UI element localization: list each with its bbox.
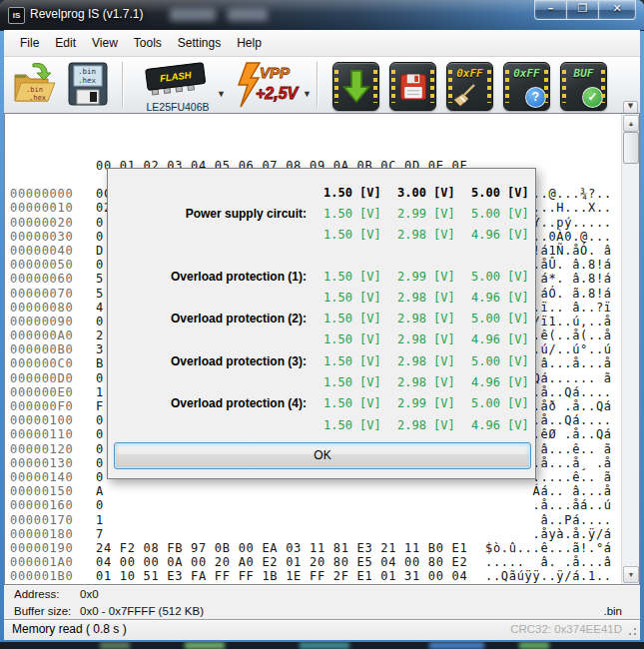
hex-row[interactable]: 000001C070 19 01 00 00 35 01 04 70 15 01…: [5, 583, 622, 584]
svg-text:.hex: .hex: [29, 94, 46, 102]
voltage-row: Overload protection (3):1.50 [V]2.98 [V]…: [108, 350, 535, 371]
app-window: IS Revelprog IS (v1.7.1) – ❐ ✕ FileEditV…: [0, 0, 644, 649]
menu-item-settings[interactable]: Settings: [170, 30, 229, 57]
desktop-taskbar-sliver: [0, 642, 644, 649]
voltage-test-dialog: 1.50 [V]3.00 [V]5.00 [V]Power supply cir…: [107, 168, 536, 479]
check-badge-icon: ✓: [582, 87, 603, 108]
menu-item-tools[interactable]: Tools: [126, 30, 170, 57]
address-value: 0x0: [80, 586, 99, 603]
hex-row[interactable]: 0000019024 F2 08 FB 97 0B 00 EA 03 11 81…: [5, 541, 622, 555]
save-file-button[interactable]: .bin .hex: [66, 61, 110, 111]
title-bar[interactable]: IS Revelprog IS (v1.7.1) – ❐ ✕: [0, 0, 644, 31]
scroll-down-arrow-icon[interactable]: ▼: [623, 566, 639, 583]
voltage-row: 1.50 [V]2.98 [V]4.96 [V]: [108, 225, 535, 246]
menu-item-edit[interactable]: Edit: [47, 30, 84, 57]
svg-text:.bin: .bin: [78, 67, 96, 76]
write-memory-button[interactable]: [389, 62, 436, 111]
info-panel: Address: 0x0 Buffer size: 0x0 - 0x7FFFF …: [4, 585, 640, 620]
hex-row[interactable]: 000001B001 10 51 E3 FA FF FF 1B 1E FF 2F…: [5, 569, 622, 583]
open-file-button[interactable]: .bin .hex: [12, 61, 58, 111]
hex-row[interactable]: 000001807 .åyà.å.ÿ/á: [5, 527, 622, 541]
erase-memory-button[interactable]: 0xFF: [446, 62, 493, 111]
folder-open-icon: .bin .hex: [12, 61, 58, 107]
question-badge-icon: ?: [525, 87, 546, 108]
voltage-row: 1.50 [V]2.98 [V]4.96 [V]: [108, 414, 535, 435]
crc32-value: CRC32: 0x374EE41D: [510, 623, 622, 635]
device-select-button[interactable]: FLASH LE25FU406B ▼: [136, 61, 220, 113]
blank-check-button[interactable]: 0xFF?: [503, 62, 550, 111]
vpp-voltage-icon: VPP +2,5V: [232, 61, 302, 109]
verify-buffer-button[interactable]: BUF✓: [560, 62, 607, 111]
redacted-text-blur: [170, 8, 216, 21]
redacted-text-blur: [228, 8, 268, 21]
address-label: Address:: [14, 586, 59, 603]
voltage-row: 1.50 [V]2.98 [V]4.96 [V]: [108, 329, 535, 350]
voltage-row: Overload protection (2):1.50 [V]2.98 [V]…: [108, 308, 535, 328]
minimize-button[interactable]: –: [534, 0, 567, 20]
menu-bar: FileEditViewToolsSettingsHelp: [4, 30, 640, 57]
hex-row[interactable]: 000001A004 00 00 0A 00 20 A0 E2 01 20 80…: [5, 555, 622, 569]
buffer-size-label: Buffer size:: [14, 603, 71, 620]
app-icon: IS: [8, 7, 25, 24]
status-bar: Memory read ( 0.8 s ) CRC32: 0x374EE41D: [4, 619, 640, 640]
device-name-label: LE25FU406B: [136, 101, 220, 113]
maximize-button[interactable]: ❐: [567, 0, 599, 20]
chevron-down-icon[interactable]: ▼: [303, 89, 312, 99]
voltage-table: 1.50 [V]3.00 [V]5.00 [V]Power supply cir…: [108, 169, 535, 435]
voltage-row: Power supply circuit:1.50 [V]2.99 [V]5.0…: [108, 203, 535, 224]
svg-text:+2,5V: +2,5V: [256, 85, 300, 102]
status-message: Memory read ( 0.8 s ): [12, 622, 127, 636]
svg-text:.bin: .bin: [26, 86, 43, 94]
red-floppy-icon: [390, 63, 435, 110]
file-type-label: .bin: [603, 603, 622, 620]
close-button[interactable]: ✕: [599, 0, 636, 20]
svg-text:.hex: .hex: [78, 76, 97, 85]
buffer-size-value: 0x0 - 0x7FFFF (512 KB): [80, 603, 204, 620]
chevron-down-icon[interactable]: ▼: [217, 89, 226, 99]
hex-row[interactable]: 00000150A Áá.. â...å: [5, 484, 622, 498]
window-title: Revelprog IS (v1.7.1): [30, 7, 143, 21]
action-buttons: 0xFF0xFF?BUF✓: [332, 62, 607, 111]
resize-grip[interactable]: [627, 627, 637, 637]
menu-item-view[interactable]: View: [84, 30, 126, 57]
ok-button[interactable]: OK: [114, 442, 531, 469]
hex-row[interactable]: 000001600 .å...åá..ú: [5, 498, 622, 512]
svg-text:VPP: VPP: [260, 64, 291, 81]
scroll-up-arrow-icon[interactable]: ▲: [623, 115, 639, 132]
voltage-row: Overload protection (4):1.50 [V]2.99 [V]…: [108, 393, 535, 414]
menu-item-help[interactable]: Help: [229, 30, 270, 57]
voltage-header-row: 1.50 [V]3.00 [V]5.00 [V]: [108, 182, 535, 203]
voltage-row: 1.50 [V]2.98 [V]4.96 [V]: [108, 287, 535, 308]
floppy-save-icon: .bin .hex: [66, 61, 110, 107]
toolbar: .bin .hex .bin .hex: [4, 57, 640, 114]
broom-icon: [451, 82, 477, 108]
read-memory-button[interactable]: [332, 62, 379, 111]
toolbar-separator: [122, 62, 123, 107]
toolbar-separator: [317, 62, 318, 107]
hex-row[interactable]: 000001701 â..Pá....: [5, 513, 622, 527]
vertical-scrollbar[interactable]: ▲ ▼: [621, 114, 639, 584]
menu-item-file[interactable]: File: [12, 30, 47, 57]
scrollbar-thumb[interactable]: [623, 132, 639, 164]
vpp-voltage-button[interactable]: VPP +2,5V ▼: [232, 61, 304, 113]
voltage-row: 1.50 [V]2.98 [V]4.96 [V]: [108, 371, 535, 392]
flash-chip-icon: FLASH: [139, 61, 213, 97]
green-down-arrow-icon: [333, 63, 378, 110]
hex-column-header: 00 01 02 03 04 05 06 07 08 09 0A 0B 0C 0…: [5, 145, 622, 159]
voltage-row: Overload protection (1):1.50 [V]2.99 [V]…: [108, 266, 535, 287]
